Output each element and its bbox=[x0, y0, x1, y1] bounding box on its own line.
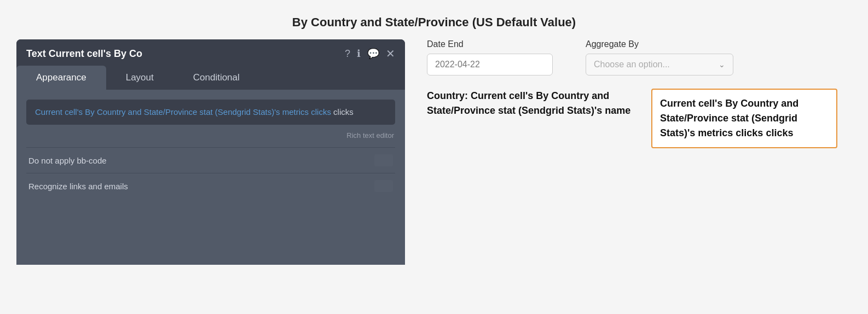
tab-appearance[interactable]: Appearance bbox=[16, 66, 106, 90]
date-end-field: Date End bbox=[427, 39, 553, 75]
page-title: By Country and State/Province (US Defaul… bbox=[0, 0, 868, 39]
aggregate-by-select[interactable]: Choose an option... ⌄ bbox=[586, 54, 733, 75]
toggle-links-emails-label: Recognize links and emails bbox=[28, 182, 128, 191]
panel-icons: ? ℹ 💬 ✕ bbox=[345, 47, 395, 60]
highlighted-value-box[interactable]: Current cell's By Country and State/Prov… bbox=[651, 89, 837, 148]
date-end-label: Date End bbox=[427, 39, 553, 49]
rich-text-editor-label: Rich text editor bbox=[26, 129, 395, 147]
aggregate-by-placeholder: Choose an option... bbox=[594, 60, 670, 69]
data-display-row: Country: Current cell's By Country and S… bbox=[427, 89, 852, 148]
chevron-down-icon: ⌄ bbox=[719, 60, 725, 69]
tab-bar: Appearance Layout Conditional bbox=[16, 66, 405, 90]
text-content-box[interactable]: Current cell's By Country and State/Prov… bbox=[26, 100, 395, 125]
toggle-links-emails: Recognize links and emails bbox=[26, 173, 395, 199]
panel-title: Text Current cell's By Co bbox=[26, 48, 142, 60]
plain-text: clicks bbox=[331, 107, 354, 117]
toggle-bb-code: Do not apply bb-code bbox=[26, 147, 395, 173]
comment-icon[interactable]: 💬 bbox=[367, 48, 379, 60]
aggregate-by-label: Aggregate By bbox=[586, 39, 733, 49]
tab-layout[interactable]: Layout bbox=[106, 66, 173, 90]
country-name-text: Country: Current cell's By Country and S… bbox=[427, 89, 635, 118]
date-end-input[interactable] bbox=[427, 54, 553, 75]
toggle-bb-code-switch[interactable] bbox=[374, 154, 393, 166]
tab-conditional[interactable]: Conditional bbox=[173, 66, 259, 90]
toggle-links-emails-switch[interactable] bbox=[374, 180, 393, 192]
toggle-bb-code-label: Do not apply bb-code bbox=[28, 156, 107, 165]
date-aggregate-row: Date End Aggregate By Choose an option..… bbox=[427, 39, 852, 75]
panel-body: Current cell's By Country and State/Prov… bbox=[16, 90, 405, 265]
right-panel: Date End Aggregate By Choose an option..… bbox=[427, 39, 852, 148]
left-panel: Text Current cell's By Co ? ℹ 💬 ✕ Appear… bbox=[16, 39, 405, 265]
help-icon[interactable]: ? bbox=[345, 48, 350, 60]
info-icon[interactable]: ℹ bbox=[357, 48, 361, 60]
aggregate-by-field: Aggregate By Choose an option... ⌄ bbox=[586, 39, 733, 75]
close-icon[interactable]: ✕ bbox=[386, 47, 395, 60]
link-text: Current cell's By Country and State/Prov… bbox=[35, 107, 331, 117]
panel-header: Text Current cell's By Co ? ℹ 💬 ✕ bbox=[16, 39, 405, 66]
